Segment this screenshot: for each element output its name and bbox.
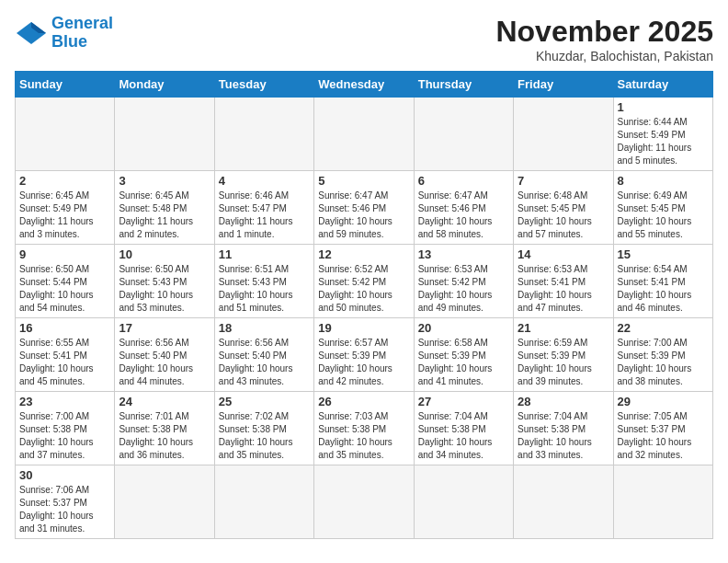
day-number: 23 bbox=[19, 395, 110, 408]
calendar-header: SundayMondayTuesdayWednesdayThursdayFrid… bbox=[16, 72, 713, 98]
calendar-cell: 1Sunrise: 6:44 AM Sunset: 5:49 PM Daylig… bbox=[613, 98, 712, 171]
logo-blue: Blue bbox=[51, 32, 87, 51]
logo: General Blue bbox=[15, 15, 113, 52]
day-info: Sunrise: 7:03 AM Sunset: 5:38 PM Dayligh… bbox=[318, 410, 409, 462]
day-number: 16 bbox=[19, 321, 110, 335]
day-info: Sunrise: 6:58 AM Sunset: 5:39 PM Dayligh… bbox=[418, 337, 509, 388]
calendar-table: SundayMondayTuesdayWednesdayThursdayFrid… bbox=[15, 71, 713, 539]
day-info: Sunrise: 6:49 AM Sunset: 5:45 PM Dayligh… bbox=[618, 190, 709, 241]
calendar-cell: 25Sunrise: 7:02 AM Sunset: 5:38 PM Dayli… bbox=[214, 392, 313, 465]
calendar-cell: 8Sunrise: 6:49 AM Sunset: 5:45 PM Daylig… bbox=[613, 171, 712, 245]
day-number: 29 bbox=[618, 395, 709, 408]
calendar-cell: 14Sunrise: 6:53 AM Sunset: 5:41 PM Dayli… bbox=[514, 245, 613, 318]
logo-icon bbox=[15, 20, 48, 46]
day-info: Sunrise: 7:01 AM Sunset: 5:38 PM Dayligh… bbox=[119, 410, 210, 462]
day-info: Sunrise: 7:05 AM Sunset: 5:37 PM Dayligh… bbox=[618, 410, 709, 462]
calendar-cell: 13Sunrise: 6:53 AM Sunset: 5:42 PM Dayli… bbox=[414, 245, 513, 318]
calendar-cell bbox=[414, 98, 513, 171]
weekday-header-friday: Friday bbox=[514, 72, 613, 98]
calendar-cell bbox=[16, 98, 115, 171]
day-number: 6 bbox=[418, 174, 509, 188]
calendar-cell: 11Sunrise: 6:51 AM Sunset: 5:43 PM Dayli… bbox=[214, 245, 313, 318]
calendar-week-2: 2Sunrise: 6:45 AM Sunset: 5:49 PM Daylig… bbox=[16, 171, 713, 245]
day-info: Sunrise: 6:44 AM Sunset: 5:49 PM Dayligh… bbox=[618, 116, 709, 167]
day-number: 7 bbox=[518, 174, 609, 188]
day-number: 9 bbox=[19, 247, 110, 261]
day-info: Sunrise: 6:59 AM Sunset: 5:39 PM Dayligh… bbox=[518, 337, 609, 388]
day-number: 8 bbox=[618, 174, 709, 188]
calendar-cell: 24Sunrise: 7:01 AM Sunset: 5:38 PM Dayli… bbox=[115, 392, 214, 465]
day-number: 1 bbox=[618, 100, 709, 114]
calendar-week-5: 23Sunrise: 7:00 AM Sunset: 5:38 PM Dayli… bbox=[16, 392, 713, 465]
day-number: 24 bbox=[119, 395, 210, 408]
day-number: 12 bbox=[318, 247, 409, 261]
day-number: 20 bbox=[418, 321, 509, 335]
calendar-cell bbox=[314, 98, 414, 171]
day-number: 5 bbox=[318, 174, 409, 188]
calendar-cell: 6Sunrise: 6:47 AM Sunset: 5:46 PM Daylig… bbox=[414, 171, 513, 245]
logo-text: General Blue bbox=[51, 15, 113, 52]
calendar-cell bbox=[214, 465, 313, 539]
calendar-cell: 9Sunrise: 6:50 AM Sunset: 5:44 PM Daylig… bbox=[16, 245, 115, 318]
month-title: November 2025 bbox=[495, 15, 713, 49]
day-number: 14 bbox=[518, 247, 609, 261]
calendar-week-1: 1Sunrise: 6:44 AM Sunset: 5:49 PM Daylig… bbox=[16, 98, 713, 171]
calendar-cell: 7Sunrise: 6:48 AM Sunset: 5:45 PM Daylig… bbox=[514, 171, 613, 245]
calendar-cell: 30Sunrise: 7:06 AM Sunset: 5:37 PM Dayli… bbox=[16, 465, 115, 539]
day-number: 13 bbox=[418, 247, 509, 261]
day-info: Sunrise: 7:04 AM Sunset: 5:38 PM Dayligh… bbox=[418, 410, 509, 462]
day-number: 17 bbox=[119, 321, 210, 335]
weekday-header-saturday: Saturday bbox=[613, 72, 712, 98]
logo-general: General bbox=[51, 14, 113, 32]
calendar-cell: 3Sunrise: 6:45 AM Sunset: 5:48 PM Daylig… bbox=[115, 171, 214, 245]
calendar-cell: 12Sunrise: 6:52 AM Sunset: 5:42 PM Dayli… bbox=[314, 245, 414, 318]
day-number: 3 bbox=[119, 174, 210, 188]
calendar-cell: 10Sunrise: 6:50 AM Sunset: 5:43 PM Dayli… bbox=[115, 245, 214, 318]
day-info: Sunrise: 6:47 AM Sunset: 5:46 PM Dayligh… bbox=[418, 190, 509, 241]
day-info: Sunrise: 6:45 AM Sunset: 5:48 PM Dayligh… bbox=[119, 190, 210, 241]
day-number: 26 bbox=[318, 395, 409, 408]
calendar-cell: 19Sunrise: 6:57 AM Sunset: 5:39 PM Dayli… bbox=[314, 318, 414, 392]
calendar-cell bbox=[115, 465, 214, 539]
calendar-cell: 2Sunrise: 6:45 AM Sunset: 5:49 PM Daylig… bbox=[16, 171, 115, 245]
day-number: 25 bbox=[219, 395, 310, 408]
weekday-header-row: SundayMondayTuesdayWednesdayThursdayFrid… bbox=[16, 72, 713, 98]
calendar-cell: 28Sunrise: 7:04 AM Sunset: 5:38 PM Dayli… bbox=[514, 392, 613, 465]
day-number: 18 bbox=[219, 321, 310, 335]
day-number: 2 bbox=[19, 174, 110, 188]
calendar-cell: 23Sunrise: 7:00 AM Sunset: 5:38 PM Dayli… bbox=[16, 392, 115, 465]
day-number: 28 bbox=[518, 395, 609, 408]
weekday-header-monday: Monday bbox=[115, 72, 214, 98]
day-info: Sunrise: 6:53 AM Sunset: 5:41 PM Dayligh… bbox=[518, 263, 609, 315]
day-info: Sunrise: 6:57 AM Sunset: 5:39 PM Dayligh… bbox=[318, 337, 409, 388]
calendar-cell bbox=[115, 98, 214, 171]
day-info: Sunrise: 6:48 AM Sunset: 5:45 PM Dayligh… bbox=[518, 190, 609, 241]
title-block: November 2025 Khuzdar, Balochistan, Paki… bbox=[495, 15, 713, 63]
calendar-week-6: 30Sunrise: 7:06 AM Sunset: 5:37 PM Dayli… bbox=[16, 465, 713, 539]
calendar-cell: 15Sunrise: 6:54 AM Sunset: 5:41 PM Dayli… bbox=[613, 245, 712, 318]
day-info: Sunrise: 6:52 AM Sunset: 5:42 PM Dayligh… bbox=[318, 263, 409, 315]
weekday-header-tuesday: Tuesday bbox=[214, 72, 313, 98]
calendar-cell: 22Sunrise: 7:00 AM Sunset: 5:39 PM Dayli… bbox=[613, 318, 712, 392]
calendar-cell bbox=[514, 98, 613, 171]
day-number: 22 bbox=[618, 321, 709, 335]
day-number: 4 bbox=[219, 174, 310, 188]
day-number: 21 bbox=[518, 321, 609, 335]
weekday-header-thursday: Thursday bbox=[414, 72, 513, 98]
day-info: Sunrise: 6:51 AM Sunset: 5:43 PM Dayligh… bbox=[219, 263, 310, 315]
calendar-cell: 26Sunrise: 7:03 AM Sunset: 5:38 PM Dayli… bbox=[314, 392, 414, 465]
calendar-cell bbox=[414, 465, 513, 539]
day-info: Sunrise: 6:45 AM Sunset: 5:49 PM Dayligh… bbox=[19, 190, 110, 241]
day-info: Sunrise: 7:06 AM Sunset: 5:37 PM Dayligh… bbox=[19, 484, 110, 535]
calendar-cell: 27Sunrise: 7:04 AM Sunset: 5:38 PM Dayli… bbox=[414, 392, 513, 465]
day-info: Sunrise: 6:54 AM Sunset: 5:41 PM Dayligh… bbox=[618, 263, 709, 315]
calendar-cell: 18Sunrise: 6:56 AM Sunset: 5:40 PM Dayli… bbox=[214, 318, 313, 392]
day-info: Sunrise: 7:00 AM Sunset: 5:39 PM Dayligh… bbox=[618, 337, 709, 388]
calendar-cell bbox=[514, 465, 613, 539]
day-info: Sunrise: 7:00 AM Sunset: 5:38 PM Dayligh… bbox=[19, 410, 110, 462]
day-number: 15 bbox=[618, 247, 709, 261]
calendar-cell: 21Sunrise: 6:59 AM Sunset: 5:39 PM Dayli… bbox=[514, 318, 613, 392]
day-info: Sunrise: 6:47 AM Sunset: 5:46 PM Dayligh… bbox=[318, 190, 409, 241]
day-number: 10 bbox=[119, 247, 210, 261]
page-header: General Blue November 2025 Khuzdar, Balo… bbox=[15, 15, 713, 63]
